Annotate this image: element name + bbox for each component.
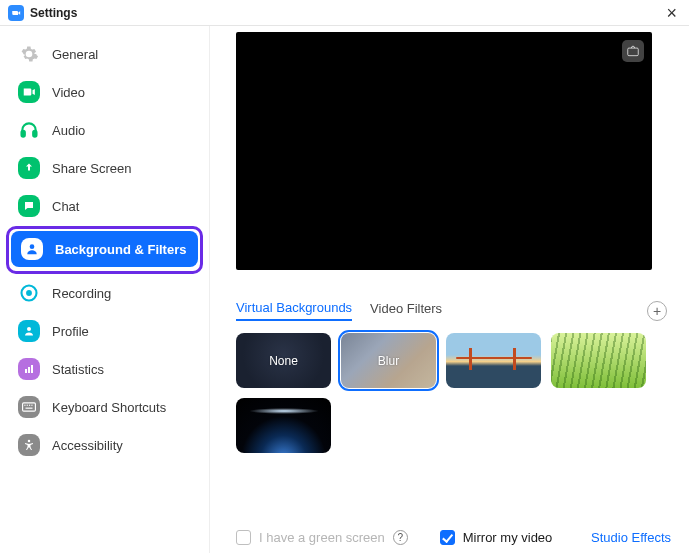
svg-rect-13 (31, 405, 32, 406)
svg-rect-6 (25, 369, 27, 373)
background-option-bridge[interactable] (446, 333, 541, 388)
accessibility-icon (18, 434, 40, 456)
highlight-box: Background & Filters (6, 226, 203, 274)
window-title: Settings (30, 6, 662, 20)
svg-rect-12 (29, 405, 30, 406)
sidebar-item-label: Chat (52, 199, 79, 214)
background-thumbnails: None Blur (236, 333, 671, 453)
sidebar-item-recording[interactable]: Recording (8, 275, 201, 311)
mirror-video-label: Mirror my video (463, 530, 553, 545)
add-background-button[interactable]: + (647, 301, 667, 321)
share-screen-icon (18, 157, 40, 179)
svg-rect-1 (33, 131, 36, 137)
background-option-grass[interactable] (551, 333, 646, 388)
sidebar-item-label: General (52, 47, 98, 62)
green-screen-label: I have a green screen (259, 530, 385, 545)
background-option-none[interactable]: None (236, 333, 331, 388)
svg-rect-0 (22, 131, 25, 137)
tabs: Virtual Backgrounds Video Filters + (236, 300, 671, 321)
sidebar-item-profile[interactable]: Profile (8, 313, 201, 349)
sidebar-item-video[interactable]: Video (8, 74, 201, 110)
svg-rect-10 (24, 405, 25, 406)
mirror-video-checkbox[interactable] (440, 530, 455, 545)
sidebar-item-chat[interactable]: Chat (8, 188, 201, 224)
sidebar-item-audio[interactable]: Audio (8, 112, 201, 148)
background-option-blur[interactable]: Blur (341, 333, 436, 388)
svg-rect-14 (26, 408, 33, 409)
svg-rect-7 (28, 367, 30, 373)
svg-rect-9 (23, 403, 36, 411)
content: General Video Audio Share Screen Chat Ba… (0, 26, 689, 553)
svg-rect-16 (628, 48, 639, 56)
sidebar-item-keyboard-shortcuts[interactable]: Keyboard Shortcuts (8, 389, 201, 425)
background-option-earth[interactable] (236, 398, 331, 453)
sidebar-item-label: Keyboard Shortcuts (52, 400, 166, 415)
sidebar-item-accessibility[interactable]: Accessibility (8, 427, 201, 463)
svg-rect-11 (27, 405, 28, 406)
titlebar: Settings × (0, 0, 689, 26)
sidebar-item-label: Background & Filters (55, 242, 186, 257)
footer-controls: I have a green screen ? Mirror my video … (236, 530, 671, 545)
headphones-icon (18, 119, 40, 141)
svg-point-2 (30, 244, 35, 249)
sidebar-item-statistics[interactable]: Statistics (8, 351, 201, 387)
profile-icon (18, 320, 40, 342)
sidebar-item-background-filters[interactable]: Background & Filters (11, 231, 198, 267)
video-preview (236, 32, 652, 270)
background-filters-icon (21, 238, 43, 260)
svg-point-5 (27, 327, 31, 331)
sidebar-item-label: Audio (52, 123, 85, 138)
close-button[interactable]: × (662, 4, 681, 22)
zoom-app-icon (8, 5, 24, 21)
sidebar-item-label: Profile (52, 324, 89, 339)
svg-point-4 (26, 290, 32, 296)
main-panel: Virtual Backgrounds Video Filters + None… (210, 26, 689, 553)
gear-icon (18, 43, 40, 65)
help-icon[interactable]: ? (393, 530, 408, 545)
video-icon (18, 81, 40, 103)
sidebar-item-general[interactable]: General (8, 36, 201, 72)
sidebar-item-label: Accessibility (52, 438, 123, 453)
sidebar-item-label: Statistics (52, 362, 104, 377)
sidebar-item-label: Recording (52, 286, 111, 301)
rotate-camera-button[interactable] (622, 40, 644, 62)
thumb-label: Blur (378, 354, 399, 368)
green-screen-checkbox[interactable] (236, 530, 251, 545)
sidebar-item-label: Video (52, 85, 85, 100)
keyboard-icon (18, 396, 40, 418)
sidebar-item-label: Share Screen (52, 161, 132, 176)
sidebar: General Video Audio Share Screen Chat Ba… (0, 26, 210, 553)
tab-video-filters[interactable]: Video Filters (370, 301, 442, 320)
statistics-icon (18, 358, 40, 380)
tab-virtual-backgrounds[interactable]: Virtual Backgrounds (236, 300, 352, 321)
chat-icon (18, 195, 40, 217)
svg-rect-8 (31, 365, 33, 373)
sidebar-item-share-screen[interactable]: Share Screen (8, 150, 201, 186)
thumb-label: None (269, 354, 298, 368)
studio-effects-link[interactable]: Studio Effects (591, 530, 671, 545)
svg-point-15 (28, 440, 31, 443)
recording-icon (18, 282, 40, 304)
